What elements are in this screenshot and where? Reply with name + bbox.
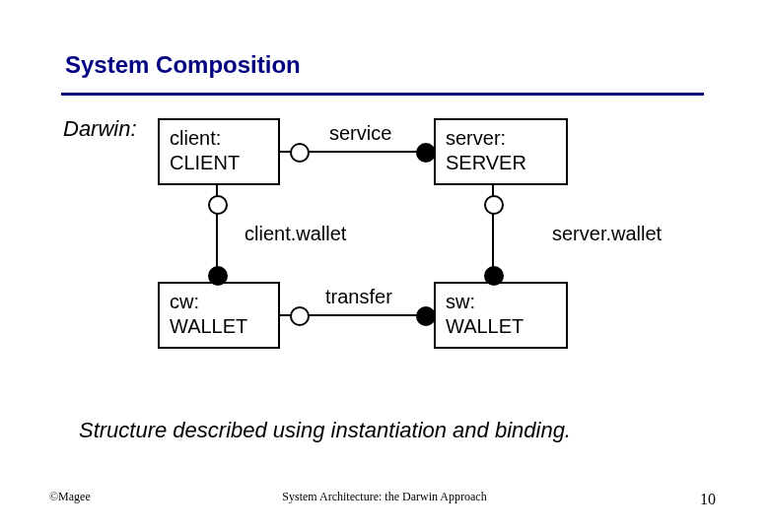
server-service-port-icon (416, 143, 436, 163)
box-cw-line1: cw: (170, 290, 268, 314)
box-cw-line2: WALLET (170, 314, 268, 339)
box-server-line2: SERVER (446, 151, 556, 175)
server-wallet-label: server.wallet (552, 223, 662, 245)
box-client-line1: client: (170, 126, 268, 151)
darwin-label: Darwin: (63, 116, 137, 142)
server-wallet-link (492, 213, 494, 268)
service-link (308, 151, 418, 153)
title-rule (61, 93, 704, 96)
sw-wallet-port-icon (484, 266, 504, 286)
box-client: client: CLIENT (158, 118, 280, 185)
server-wallet-port-top-icon (484, 195, 504, 215)
box-client-line2: CLIENT (170, 151, 268, 175)
caption: Structure described using instantiation … (79, 418, 710, 443)
diagram: client: CLIENT server: SERVER cw: WALLET… (158, 118, 710, 374)
transfer-label: transfer (325, 286, 392, 308)
box-sw-line1: sw: (446, 290, 556, 314)
client-wallet-label: client.wallet (245, 223, 346, 245)
sw-transfer-port-icon (416, 306, 436, 326)
client-wallet-link (216, 213, 218, 268)
slide-title: System Composition (65, 51, 301, 79)
box-sw: sw: WALLET (434, 282, 568, 349)
box-cw: cw: WALLET (158, 282, 280, 349)
box-sw-line2: WALLET (446, 314, 556, 339)
slide: System Composition Darwin: client: CLIEN… (0, 0, 769, 532)
footer-page-number: 10 (700, 491, 716, 508)
cw-transfer-port-icon (290, 306, 310, 326)
service-label: service (329, 122, 391, 145)
box-server: server: SERVER (434, 118, 568, 185)
client-wallet-port-top-icon (208, 195, 228, 215)
box-server-line1: server: (446, 126, 556, 151)
footer-center: System Architecture: the Darwin Approach (0, 490, 769, 504)
client-service-port-icon (290, 143, 310, 163)
transfer-link (308, 314, 418, 316)
cw-wallet-port-icon (208, 266, 228, 286)
